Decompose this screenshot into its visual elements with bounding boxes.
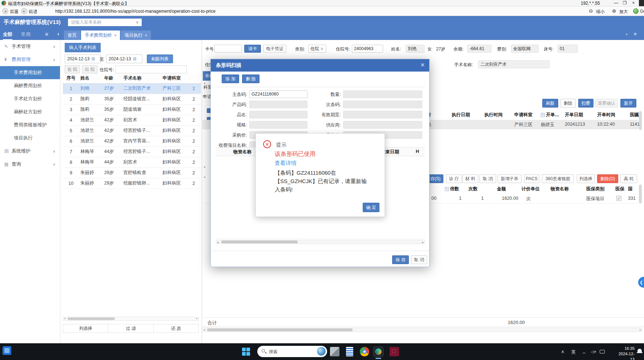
details-新增子单-button[interactable]: 新增子单 — [498, 174, 522, 183]
tab-close-icon[interactable]: × — [114, 33, 116, 37]
scroll-right-icon[interactable]: ▸ — [640, 328, 641, 331]
details-PACS-button[interactable]: PACS — [524, 174, 539, 183]
taskbar-chrome-icon[interactable] — [360, 347, 369, 356]
zoom-out-label[interactable]: 缩小 — [596, 9, 605, 15]
patient-footer-列选择[interactable]: 列选择 — [63, 324, 108, 333]
close-button[interactable]: × — [630, 0, 637, 5]
main-hscrollbar[interactable]: ◂ ▸ — [202, 328, 642, 332]
patient-row-刘艳[interactable]: 1刘艳27岁二次剖宫产术产科三区2 — [63, 83, 201, 94]
modal-hscrollbar[interactable]: ◂ ▸ — [216, 240, 425, 244]
patient-list-tab[interactable]: 病人手术列表 — [65, 43, 101, 52]
modal-header[interactable]: 条形码扫描 ✕ — [211, 59, 429, 72]
admission-no-input[interactable] — [116, 65, 187, 73]
modal-add-button[interactable]: 添 加 — [222, 74, 239, 83]
taskbar-red-app-icon[interactable] — [390, 347, 399, 356]
modal-input-品名:[interactable] — [249, 111, 307, 118]
menu-burger-icon[interactable]: ≡ — [45, 31, 48, 37]
taskbar-active-app-icon[interactable] — [374, 347, 383, 356]
chevron-down-icon[interactable]: ∨ — [136, 19, 139, 26]
calendar-icon[interactable]: ⊞ — [91, 56, 95, 61]
details-诊疗-button[interactable]: 诊 疗 — [446, 174, 462, 183]
forward-button[interactable]: 前进 — [29, 9, 37, 15]
sidebar-section-手术管理[interactable]: ✎手术管理∨ — [0, 40, 60, 53]
read-card-button[interactable]: 读卡 — [244, 45, 261, 53]
patient-list-hscrollbar[interactable]: ◂ ▸ — [63, 317, 199, 321]
patient-footer-过滤[interactable]: 过 滤 — [108, 324, 153, 333]
tab-项目执行[interactable]: 项目执行× — [121, 31, 150, 40]
modal-input-次条码:[interactable] — [343, 101, 422, 108]
group-tab-all[interactable]: 全部 — [3, 31, 12, 40]
modal-input-有效期至:[interactable] — [343, 111, 422, 118]
minimize-button[interactable]: — — [613, 0, 619, 5]
tray-clock[interactable]: 16:35 2024-12-13 — [614, 346, 635, 360]
tabs-menu-icon[interactable]: ≡ — [634, 31, 637, 37]
scroll-left-icon[interactable]: ◂ — [217, 240, 219, 244]
scroll-left-icon[interactable]: ◂ — [204, 328, 205, 331]
orders-删除-button[interactable]: 删除 — [560, 99, 576, 108]
out-hospital-button[interactable]: 出 院 — [82, 65, 97, 73]
calendar-icon[interactable]: ⊞ — [133, 56, 136, 61]
menu-search-input[interactable]: 请输入菜单名称 ∨ — [68, 18, 142, 27]
back-button[interactable]: 后退 — [10, 9, 19, 15]
patient-row-林梅琴[interactable]: 8林梅琴44岁刮宫术妇科病区2 — [63, 157, 201, 167]
go-label[interactable]: Go — [640, 9, 644, 14]
scroll-right-icon[interactable]: ▸ — [196, 317, 198, 320]
sidebar-item-麻醉处方划价[interactable]: 麻醉处方划价 — [0, 105, 60, 118]
zoom-in-label[interactable]: 放大 — [619, 9, 628, 15]
in-hospital-button[interactable]: 在 院 — [65, 65, 80, 73]
sidebar-section-查询[interactable]: ▤查询∨ — [0, 158, 60, 171]
insurance-checkbox[interactable]: ✓ — [616, 196, 621, 201]
sidebar-item-麻醉费用划价[interactable]: 麻醉费用划价 — [0, 79, 60, 92]
sidebar-item-费用类模板维护[interactable]: 费用类模板维护 — [0, 118, 60, 132]
modal-delete-button[interactable]: 删 除 — [242, 74, 259, 83]
keyboard-icon[interactable] — [600, 350, 605, 353]
scrollbar-thumb[interactable] — [221, 240, 298, 243]
tray-collapse-icon[interactable]: ∧ — [561, 349, 564, 354]
details-高耗-button[interactable]: 高 耗 — [620, 174, 637, 183]
date-to-input[interactable]: 2024-12-13⊞ — [106, 54, 142, 63]
orders-vscrollbar[interactable] — [639, 111, 642, 130]
tabs-scroll-right-icon[interactable]: › — [626, 31, 627, 37]
details-360患者视图-button[interactable]: 360患者视图 — [542, 174, 574, 183]
zoom-in-icon[interactable]: ⊕ — [612, 8, 616, 14]
sidebar-item-项目执行[interactable]: 项目执行 — [0, 132, 60, 145]
orders-新开-button[interactable]: 新开 — [620, 99, 636, 108]
tab-手术费用划价[interactable]: 手术费用划价× — [81, 31, 120, 40]
scrollbar-thumb[interactable] — [68, 317, 115, 320]
notification-bell-icon[interactable] — [637, 349, 642, 352]
sidebar-item-手术处方划价[interactable]: 手术处方划价 — [0, 92, 60, 105]
patient-row-朱丽婷[interactable]: 10朱丽婷29岁经腹腔镜卵...妇科病区2 — [63, 178, 201, 189]
patient-row-陈莉[interactable]: 3陈莉35岁阴道填塞妇科病区2 — [63, 104, 201, 115]
details-删除(D)-button[interactable]: 删除(D) — [597, 174, 618, 183]
details-vscrollbar[interactable] — [639, 185, 642, 203]
admission-input[interactable]: 24004963 — [352, 45, 383, 53]
scroll-left-icon[interactable]: ◂ — [64, 317, 65, 320]
e-voucher-button[interactable]: 电子凭证 — [263, 45, 286, 53]
restore-button[interactable]: ❐ — [621, 0, 628, 5]
orders-扣费-button[interactable]: 扣费 — [578, 99, 593, 108]
alert-ok-button[interactable]: 确 定 — [363, 203, 379, 212]
modal-input-产品码:[interactable] — [249, 101, 307, 108]
patient-row-池碧兰[interactable]: 4池碧兰42岁刮宫术妇科病区2 — [63, 115, 201, 125]
sidebar-section-费用管理[interactable]: ¥费用管理∧ — [0, 53, 60, 66]
sidebar-item-手术费用划价[interactable]: 手术费用划价 — [0, 66, 60, 79]
modal-input-供应商:[interactable] — [343, 121, 422, 129]
tab-close-icon[interactable]: × — [145, 33, 147, 37]
sidebar-section-系统维护[interactable]: 回系统维护∨ — [0, 145, 60, 158]
taskbar-notes-icon[interactable] — [346, 347, 353, 356]
patient-row-池碧兰[interactable]: 6池碧兰42岁宫内节育器...妇科病区2 — [63, 136, 201, 146]
address-url[interactable]: http://192.168.122.191:8000/his-ss/app/#… — [55, 9, 216, 14]
modal-input-数量:[interactable] — [343, 90, 422, 98]
patient-row-池碧兰[interactable]: 5池碧兰42岁经宫腔镜子...妇科病区2 — [63, 125, 201, 136]
details-列选择-button[interactable]: 列选择 — [577, 174, 595, 183]
taskbar-search[interactable]: 搜索 — [257, 346, 327, 357]
details-材料-button[interactable]: 材 料 — [462, 174, 478, 183]
modal-save-button[interactable]: 保 存 — [392, 255, 409, 264]
patient-row-陈莉[interactable]: 2陈莉35岁经阴道镜宫...妇科病区2 — [63, 94, 201, 104]
modal-input-主条码:[interactable]: GZ241116060 — [249, 90, 307, 98]
date-from-input[interactable]: 2024-12-13⊞ — [65, 54, 101, 63]
tray-language[interactable]: 英 — [571, 349, 576, 355]
back-icon[interactable]: ◂ — [2, 8, 8, 14]
forward-icon[interactable]: ▸ — [21, 8, 27, 14]
modal-close-icon[interactable]: ✕ — [420, 62, 425, 68]
